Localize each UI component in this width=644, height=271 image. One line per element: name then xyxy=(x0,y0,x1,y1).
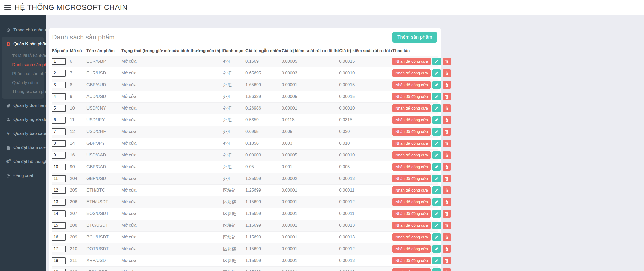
sort-order-input[interactable] xyxy=(52,187,66,194)
trash-icon xyxy=(445,224,449,227)
delete-button[interactable] xyxy=(443,116,451,124)
delete-button[interactable] xyxy=(443,104,451,112)
edit-button[interactable] xyxy=(432,186,441,194)
delete-button[interactable] xyxy=(443,140,451,147)
sort-order-input[interactable] xyxy=(52,175,66,182)
close-market-button[interactable]: Nhấn để đóng cửa xyxy=(392,198,431,206)
close-market-button[interactable]: Nhấn để đóng cửa xyxy=(392,163,431,171)
sidebar-subitem-product-category[interactable]: Phân loại sản phẩm xyxy=(2,69,44,78)
sidebar-subitem-profit-loss-ratio[interactable]: Tỷ lệ lãi lỗ hệ thống xyxy=(2,51,44,60)
sort-order-input[interactable] xyxy=(52,105,66,112)
sidebar-item-system-settings[interactable]: ⚙⚙ Cài đặt hệ thống xyxy=(0,155,46,169)
sidebar-item-report-management[interactable]: ¥ Quản lý báo cáo xyxy=(0,127,46,141)
product-status: Mở cửa xyxy=(121,126,223,138)
sidebar-item-logout[interactable]: Đăng xuất xyxy=(0,169,46,183)
product-code: 209 xyxy=(70,231,86,243)
sort-order-input[interactable] xyxy=(52,128,66,135)
sort-order-input[interactable] xyxy=(52,210,66,217)
sidebar-item-order-management[interactable]: Quản lý đơn hàng xyxy=(0,99,46,113)
sort-order-input[interactable] xyxy=(52,58,66,65)
edit-button[interactable] xyxy=(432,233,441,241)
close-market-button[interactable]: Nhấn để đóng cửa xyxy=(392,93,431,100)
delete-button[interactable] xyxy=(443,268,451,271)
close-market-button[interactable]: Nhấn để đóng cửa xyxy=(392,116,431,124)
sort-order-input[interactable] xyxy=(52,222,66,229)
sort-order-input[interactable] xyxy=(52,164,66,170)
close-market-button[interactable]: Nhấn để đóng cửa xyxy=(392,140,431,147)
edit-button[interactable] xyxy=(432,69,441,77)
sort-order-input[interactable] xyxy=(52,93,66,100)
sidebar-item-user-management[interactable]: Quản lý người dùng xyxy=(0,113,46,127)
sort-order-input[interactable] xyxy=(52,70,66,77)
sort-order-input[interactable] xyxy=(52,82,66,88)
delete-button[interactable] xyxy=(443,151,451,159)
edit-button[interactable] xyxy=(432,93,441,100)
delete-button[interactable] xyxy=(443,163,451,171)
product-category: 外汇 xyxy=(223,114,245,126)
close-market-button[interactable]: Nhấn để đóng cửa xyxy=(392,257,431,264)
edit-button[interactable] xyxy=(432,81,441,89)
close-market-button[interactable]: Nhấn để đóng cửa xyxy=(392,245,431,253)
edit-button[interactable] xyxy=(432,140,441,147)
edit-button[interactable] xyxy=(432,151,441,159)
delete-button[interactable] xyxy=(443,245,451,253)
close-market-button[interactable]: Nhấn để đóng cửa xyxy=(392,210,431,218)
sidebar-item-dashboard[interactable]: Trang chủ quản trị xyxy=(0,23,46,37)
close-market-button[interactable]: Nhấn để đóng cửa xyxy=(392,58,431,65)
sort-order-input[interactable] xyxy=(52,234,66,241)
edit-button[interactable] xyxy=(432,222,441,229)
close-market-button[interactable]: Nhấn để đóng cửa xyxy=(392,104,431,112)
col-actions: Thao tác xyxy=(392,46,438,56)
add-product-button[interactable]: Thêm sản phẩm xyxy=(392,32,437,43)
sidebar-item-product-management[interactable]: ₿ Quản lý sản phẩm xyxy=(2,37,44,51)
sort-order-input[interactable] xyxy=(52,199,66,206)
close-market-button[interactable]: Nhấn để đóng cửa xyxy=(392,175,431,182)
delete-button[interactable] xyxy=(443,210,451,218)
close-market-button[interactable]: Nhấn để đóng cửa xyxy=(392,69,431,77)
edit-button[interactable] xyxy=(432,210,441,218)
delete-button[interactable] xyxy=(443,69,451,77)
hamburger-menu-icon[interactable] xyxy=(4,4,11,11)
edit-button[interactable] xyxy=(432,245,441,253)
close-market-button[interactable]: Nhấn để đóng cửa xyxy=(392,268,431,271)
sidebar-item-parameter-settings[interactable]: Cài đặt tham số xyxy=(0,141,46,155)
risk-min-value: 0.00001 xyxy=(282,208,339,220)
sort-order-input[interactable] xyxy=(52,257,66,264)
close-market-button[interactable]: Nhấn để đóng cửa xyxy=(392,233,431,241)
delete-button[interactable] xyxy=(443,128,451,136)
close-market-button[interactable]: Nhấn để đóng cửa xyxy=(392,222,431,229)
delete-button[interactable] xyxy=(443,233,451,241)
close-market-button[interactable]: Nhấn để đóng cửa xyxy=(392,151,431,159)
close-market-button[interactable]: Nhấn để đóng cửa xyxy=(392,128,431,136)
delete-button[interactable] xyxy=(443,175,451,182)
random-value: 1.15699 xyxy=(245,208,282,220)
close-market-button[interactable]: Nhấn để đóng cửa xyxy=(392,81,431,89)
close-market-button[interactable]: Nhấn để đóng cửa xyxy=(392,186,431,194)
sort-order-input[interactable] xyxy=(52,246,66,252)
sort-order-input[interactable] xyxy=(52,269,66,271)
sort-order-input[interactable] xyxy=(52,117,66,124)
pencil-icon xyxy=(435,235,438,239)
edit-button[interactable] xyxy=(432,104,441,112)
edit-button[interactable] xyxy=(432,58,441,65)
delete-button[interactable] xyxy=(443,198,451,206)
sidebar-subitem-product-trash[interactable]: Thùng rác sản phẩm xyxy=(2,87,44,96)
edit-button[interactable] xyxy=(432,268,441,271)
edit-button[interactable] xyxy=(432,163,441,171)
delete-button[interactable] xyxy=(443,186,451,194)
edit-button[interactable] xyxy=(432,175,441,182)
delete-button[interactable] xyxy=(443,222,451,229)
sidebar-subitem-product-list[interactable]: Danh sách sản phẩm xyxy=(2,60,44,69)
table-row: 212 LTC/USDT Mở cửa 区块链 1.15699 0.00001 … xyxy=(52,266,438,271)
edit-button[interactable] xyxy=(432,128,441,136)
edit-button[interactable] xyxy=(432,198,441,206)
delete-button[interactable] xyxy=(443,257,451,264)
sort-order-input[interactable] xyxy=(52,140,66,147)
edit-button[interactable] xyxy=(432,116,441,124)
delete-button[interactable] xyxy=(443,81,451,89)
delete-button[interactable] xyxy=(443,58,451,65)
sort-order-input[interactable] xyxy=(52,152,66,159)
sidebar-subitem-risk-management[interactable]: Quản lý rủi ro xyxy=(2,78,44,87)
edit-button[interactable] xyxy=(432,257,441,264)
delete-button[interactable] xyxy=(443,93,451,100)
